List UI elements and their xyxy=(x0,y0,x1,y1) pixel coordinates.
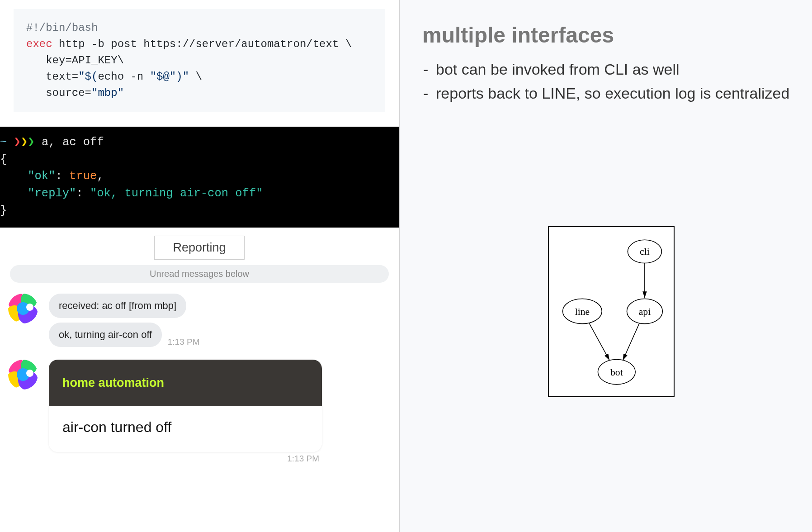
avatar xyxy=(8,294,38,323)
code-line4e: "$@" xyxy=(150,71,176,83)
bullet-text: reports back to LINE, so execution log i… xyxy=(436,81,794,105)
bullet-list: -bot can be invoked from CLI as well -re… xyxy=(423,57,794,105)
chat-row-2: home automation air-con turned off 1:13 … xyxy=(0,360,399,464)
term-arrow1: ❯ xyxy=(14,136,21,149)
code-line4c: echo xyxy=(98,71,124,83)
code-line5a: source= xyxy=(26,87,91,99)
code-exec-keyword: exec xyxy=(26,38,52,50)
bullet-item: -bot can be invoked from CLI as well xyxy=(423,57,794,81)
terminal-output: ~ ❯❯❯ a, ac off { "ok": true, "reply": "… xyxy=(0,127,399,228)
notification-card: home automation air-con turned off xyxy=(49,360,322,452)
diagram-node-bot: bot xyxy=(610,367,623,378)
svg-line-18 xyxy=(623,323,639,361)
svg-point-11 xyxy=(26,370,33,377)
term-command: a, ac off xyxy=(35,136,104,149)
card-header: home automation xyxy=(49,360,322,406)
term-tilde: ~ xyxy=(0,136,14,149)
chat-time-1: 1:13 PM xyxy=(168,337,200,347)
code-line4b: "$( xyxy=(78,71,98,83)
term-prop-ok: "ok" xyxy=(28,170,55,183)
code-line3: key=API_KEY\ xyxy=(26,54,124,66)
avatar xyxy=(8,360,38,390)
bullet-text: bot can be invoked from CLI as well xyxy=(436,57,794,81)
unread-bar: Unread messages below xyxy=(10,265,389,283)
code-line4f: )" xyxy=(176,71,189,83)
term-prop-reply: "reply" xyxy=(28,187,76,200)
diagram-node-api: api xyxy=(639,306,651,317)
msg-column-2: home automation air-con turned off 1:13 … xyxy=(49,360,389,464)
term-colon1: : xyxy=(55,170,69,183)
avatar-icon xyxy=(8,294,38,323)
term-true: true xyxy=(69,170,97,183)
avatar-icon xyxy=(8,360,38,390)
bash-code-block: #!/bin/bash exec http -b post https://se… xyxy=(14,9,385,112)
diagram-node-line: line xyxy=(575,306,590,317)
slide-heading: multiple interfaces xyxy=(422,23,794,48)
architecture-diagram: cli line api bot xyxy=(548,226,675,397)
code-line4a: text= xyxy=(26,71,78,83)
chat-time-2: 1:13 PM xyxy=(49,454,322,464)
chat-bubble-1: received: ac off [from mbp] xyxy=(49,294,186,318)
term-brace-open: { xyxy=(0,153,7,166)
term-colon2: : xyxy=(76,187,90,200)
code-line5b: "mbp" xyxy=(91,87,124,99)
svg-point-5 xyxy=(26,304,33,311)
svg-line-17 xyxy=(589,323,609,361)
bullet-item: -reports back to LINE, so execution log … xyxy=(423,81,794,105)
term-brace-close: } xyxy=(0,204,7,217)
msg-column-1: received: ac off [from mbp] ok, turning … xyxy=(49,294,389,352)
diagram-node-cli: cli xyxy=(640,246,650,257)
code-line4d: -n xyxy=(124,71,150,83)
chat-row-1: received: ac off [from mbp] ok, turning … xyxy=(0,294,399,352)
term-comma: , xyxy=(97,170,104,183)
chat-bubble-2: ok, turning air-con off xyxy=(49,323,162,347)
left-column: #!/bin/bash exec http -b post https://se… xyxy=(0,0,399,532)
card-body: air-con turned off xyxy=(49,406,322,452)
code-line4g: \ xyxy=(189,71,202,83)
term-arrow2: ❯ xyxy=(21,136,28,149)
section-label-reporting: Reporting xyxy=(154,236,245,260)
code-line2: http -b post https://server/automatron/t… xyxy=(52,38,352,50)
term-reply-val: "ok, turning air-con off" xyxy=(90,187,263,200)
term-arrow3: ❯ xyxy=(28,136,34,149)
code-shebang: #!/bin/bash xyxy=(26,22,98,34)
